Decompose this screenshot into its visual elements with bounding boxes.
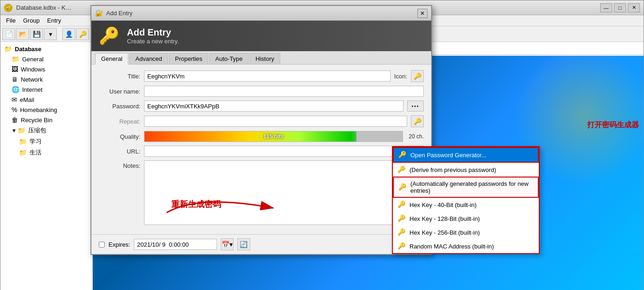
sidebar-item-windows[interactable]: 🖼 Windows bbox=[0, 64, 92, 74]
dialog-title-text: Add Entry bbox=[106, 10, 417, 17]
password-label: Password: bbox=[99, 103, 140, 110]
study-icon: 📁 bbox=[19, 138, 27, 145]
sidebar-item-database[interactable]: 📁 Database bbox=[0, 44, 92, 54]
icon-picker-button[interactable]: 🔑 bbox=[411, 70, 424, 82]
dropdown-item-hex40[interactable]: 🔑 Hex Key - 40-Bit (built-in) bbox=[393, 198, 539, 212]
email-icon: ✉ bbox=[12, 96, 17, 103]
quality-bits: 115 bits bbox=[263, 133, 284, 140]
close-button[interactable]: ✕ bbox=[628, 3, 640, 12]
dropdown-item-open-generator[interactable]: 🔑 Open Password Generator... bbox=[393, 147, 539, 163]
tab-general[interactable]: General bbox=[95, 53, 128, 65]
dropdown-item-auto-generate[interactable]: 🔑 (Automatically generated passwords for… bbox=[393, 177, 539, 198]
repeat-input[interactable] bbox=[144, 116, 407, 127]
general-icon: 📁 bbox=[12, 55, 19, 63]
toolbar-key[interactable]: 🔑 bbox=[76, 28, 89, 40]
menu-entry[interactable]: Entry bbox=[43, 16, 65, 25]
title-input[interactable] bbox=[144, 71, 391, 82]
toolbar-dropdown[interactable]: ▾ bbox=[44, 28, 57, 40]
dialog-title-bar: 🔐 Add Entry ✕ bbox=[91, 6, 431, 21]
sidebar-item-general[interactable]: 📁 General bbox=[0, 54, 92, 64]
database-icon: 📁 bbox=[4, 45, 12, 53]
window-controls: — □ ✕ bbox=[600, 3, 640, 12]
url-label: URL: bbox=[99, 148, 140, 155]
compressed-icon: 📁 bbox=[18, 127, 25, 134]
expires-input[interactable] bbox=[134, 239, 217, 250]
tabs-bar: General Advanced Properties Auto-Type Hi… bbox=[91, 51, 431, 65]
dropdown-item-hex128[interactable]: 🔑 Hex Key - 128-Bit (built-in) bbox=[393, 212, 539, 225]
life-icon: 📁 bbox=[19, 149, 27, 156]
toolbar-save[interactable]: 💾 bbox=[30, 28, 43, 40]
quality-bar: 115 bits bbox=[144, 131, 403, 142]
expires-row: Expires: 📅▾ 🔄 bbox=[91, 234, 431, 254]
expires-checkbox[interactable] bbox=[99, 242, 105, 248]
notes-label: Notes: bbox=[99, 160, 140, 169]
minimize-button[interactable]: — bbox=[600, 3, 612, 12]
dropdown-item-derive[interactable]: 🔑 (Derive from previous password) bbox=[393, 163, 539, 177]
title-label: Title: bbox=[99, 73, 140, 80]
quality-label: Quality: bbox=[99, 133, 140, 140]
repeat-row: Repeat: 🔑 bbox=[99, 115, 424, 127]
internet-icon: 🌐 bbox=[12, 86, 19, 93]
icon-label: Icon: bbox=[394, 73, 407, 80]
key-icon-6: 🔑 bbox=[397, 228, 406, 237]
homebanking-icon: % bbox=[12, 106, 17, 113]
key-icon-4: 🔑 bbox=[397, 201, 406, 209]
menu-group[interactable]: Group bbox=[19, 16, 43, 25]
toolbar-open[interactable]: 📂 bbox=[16, 28, 29, 40]
expand-icon: ▼ bbox=[12, 128, 17, 133]
dialog-header-subtitle: Create a new entry. bbox=[127, 38, 179, 45]
username-label: User name: bbox=[99, 88, 140, 95]
sidebar-item-study[interactable]: 📁 学习 bbox=[0, 136, 92, 147]
password-input[interactable] bbox=[144, 101, 403, 112]
windows-icon: 🖼 bbox=[12, 65, 18, 73]
main-window: 🔐 Database.kdbx - K… — □ ✕ File Group En… bbox=[0, 0, 644, 290]
tab-autotype[interactable]: Auto-Type bbox=[209, 53, 248, 64]
dialog-header-title: Add Entry bbox=[127, 27, 179, 38]
dropdown-item-hex256[interactable]: 🔑 Hex Key - 256-Bit (built-in) bbox=[393, 225, 539, 239]
calendar-button[interactable]: 📅▾ bbox=[221, 238, 234, 250]
sidebar-item-network[interactable]: 🖥 Network bbox=[0, 74, 92, 84]
dropdown-item-mac[interactable]: 🔑 Random MAC Address (built-in) bbox=[393, 239, 539, 253]
sidebar-item-homebanking[interactable]: % Homebanking bbox=[0, 105, 92, 115]
tab-advanced[interactable]: Advanced bbox=[129, 53, 168, 64]
key-icon-1: 🔑 bbox=[398, 151, 407, 159]
sidebar-item-internet[interactable]: 🌐 Internet bbox=[0, 84, 92, 95]
sidebar: 📁 Database 📁 General 🖼 Windows 🖥 Network… bbox=[0, 42, 93, 290]
generate-password-button[interactable]: 🔑 bbox=[411, 115, 424, 127]
key-icon-7: 🔑 bbox=[397, 242, 406, 250]
quality-row: Quality: 115 bits 20 ch. bbox=[99, 131, 424, 142]
toolbar-new[interactable]: 📄 bbox=[2, 28, 15, 40]
dialog-title-icon: 🔐 bbox=[95, 9, 103, 18]
dialog-header-key-icon: 🔑 bbox=[99, 26, 120, 46]
menu-file[interactable]: File bbox=[2, 16, 19, 25]
key-icon-3: 🔑 bbox=[398, 183, 407, 191]
sidebar-item-life[interactable]: 📁 生活 bbox=[0, 147, 92, 158]
username-input[interactable] bbox=[144, 86, 424, 97]
tab-history[interactable]: History bbox=[250, 53, 280, 64]
dialog-header: 🔑 Add Entry Create a new entry. bbox=[91, 21, 431, 51]
annotation-open-generator: 打开密码生成器 bbox=[587, 120, 639, 130]
url-input[interactable] bbox=[144, 146, 424, 157]
refresh-button[interactable]: 🔄 bbox=[237, 238, 250, 250]
expires-label: Expires: bbox=[108, 241, 130, 248]
url-row: URL: bbox=[99, 146, 424, 157]
password-generator-dropdown: 🔑 Open Password Generator... 🔑 (Derive f… bbox=[392, 146, 540, 254]
key-icon-2: 🔑 bbox=[397, 166, 406, 174]
sidebar-item-recycle[interactable]: 🗑 Recycle Bin bbox=[0, 115, 92, 125]
toolbar-user[interactable]: 👤 bbox=[62, 28, 75, 40]
maximize-button[interactable]: □ bbox=[614, 3, 626, 12]
key-icon-5: 🔑 bbox=[397, 214, 406, 223]
title-row: Title: Icon: 🔑 bbox=[99, 70, 424, 82]
username-row: User name: bbox=[99, 86, 424, 97]
network-icon: 🖥 bbox=[12, 76, 18, 83]
sidebar-item-email[interactable]: ✉ eMail bbox=[0, 95, 92, 105]
sidebar-item-compressed[interactable]: ▼ 📁 压缩包 bbox=[0, 125, 92, 136]
password-row: Password: ••• bbox=[99, 101, 424, 112]
tab-properties[interactable]: Properties bbox=[169, 53, 208, 64]
recycle-icon: 🗑 bbox=[12, 116, 18, 124]
password-visibility-button[interactable]: ••• bbox=[407, 101, 424, 112]
repeat-label: Repeat: bbox=[99, 118, 140, 125]
quality-ch: 20 ch. bbox=[409, 133, 424, 140]
app-icon: 🔐 bbox=[4, 4, 12, 12]
dialog-close-button[interactable]: ✕ bbox=[417, 9, 427, 18]
